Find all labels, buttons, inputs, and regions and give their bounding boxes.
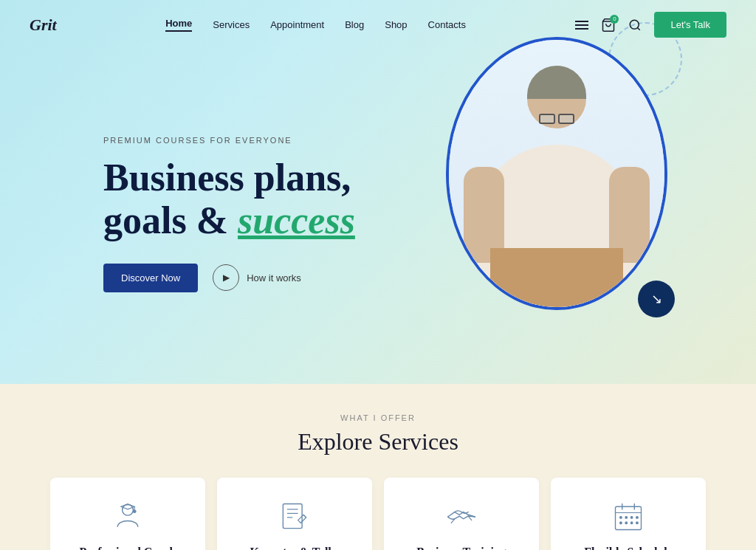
service-name-training: Business Training [416,546,506,550]
svg-rect-8 [283,504,302,529]
svg-point-22 [625,522,628,524]
schedule-icon [610,498,647,535]
nav-blog[interactable]: Blog [345,19,364,30]
services-cards: Professional Coach Sed do euism od tempo… [30,478,726,550]
nav-home[interactable]: Home [165,18,192,32]
keynotes-icon [276,498,313,535]
services-header: WHAT I OFFER Explore Services [30,413,726,456]
cart-badge: 0 [610,15,619,24]
svg-point-17 [620,517,622,519]
service-name-coach: Professional Coach [80,546,176,550]
training-icon [443,498,480,535]
service-card-business-training: Business Training Sed do euism od tempor [384,478,539,550]
play-icon: ▶ [213,264,239,291]
hero-title-line2: goals & [103,199,228,241]
hero-image-area: ↘ [431,22,682,332]
nav-services[interactable]: Services [213,19,250,30]
logo-text: Grit [30,16,57,34]
scroll-down-button[interactable]: ↘ [638,281,675,317]
services-tagline: WHAT I OFFER [30,413,726,422]
how-it-works-label: How it works [247,272,301,283]
service-card-professional-coach: Professional Coach Sed do euism od tempo… [50,478,205,550]
svg-point-20 [636,517,639,519]
services-title: Explore Services [30,428,726,456]
hero-title-accent: success [238,199,355,241]
main-nav: Home Services Appointment Blog Shop Cont… [165,18,466,32]
svg-point-5 [123,504,134,515]
nav-shop[interactable]: Shop [385,19,407,30]
hero-title: Business plans, goals & success [103,157,355,241]
svg-point-4 [630,20,639,29]
header: Grit Home Services Appointment Blog Shop… [0,0,756,49]
coach-icon [109,498,146,535]
service-name-schedule: Flexible Schedule [584,546,673,550]
svg-line-12 [303,515,306,518]
header-actions: 0 Let's Talk [574,12,726,38]
service-card-flexible-schedule: Flexible Schedule Sed do euism od tempor [551,478,706,550]
svg-point-18 [625,517,628,519]
svg-point-7 [133,510,136,513]
logo: Grit [30,16,57,35]
lets-talk-button[interactable]: Let's Talk [654,12,726,38]
svg-point-24 [636,522,639,524]
menu-icon[interactable] [574,18,589,32]
hero-tagline: PREMIUM COURSES FOR EVERYONE [103,136,355,145]
hero-title-line1: Business plans, [103,157,351,199]
scroll-arrow-icon: ↘ [651,291,662,307]
svg-point-19 [630,517,633,519]
hero-oval-frame [446,37,667,310]
hero-content: PREMIUM COURSES FOR EVERYONE Business pl… [0,92,355,336]
discover-now-button[interactable]: Discover Now [103,264,198,292]
services-section: WHAT I OFFER Explore Services Profession… [0,384,756,550]
nav-appointment[interactable]: Appointment [270,19,324,30]
svg-point-21 [620,522,622,524]
service-card-keynotes-talks: Keynotes & Talks Sed do euism od tempor [217,478,372,550]
cart-icon[interactable]: 0 [601,18,616,32]
service-name-keynotes: Keynotes & Talks [250,546,340,550]
nav-contacts[interactable]: Contacts [428,19,466,30]
search-icon[interactable] [628,18,642,32]
hero-actions: Discover Now ▶ How it works [103,264,355,292]
hero-section: PREMIUM COURSES FOR EVERYONE Business pl… [0,0,756,384]
how-it-works-button[interactable]: ▶ How it works [213,264,301,291]
svg-point-23 [630,522,633,524]
